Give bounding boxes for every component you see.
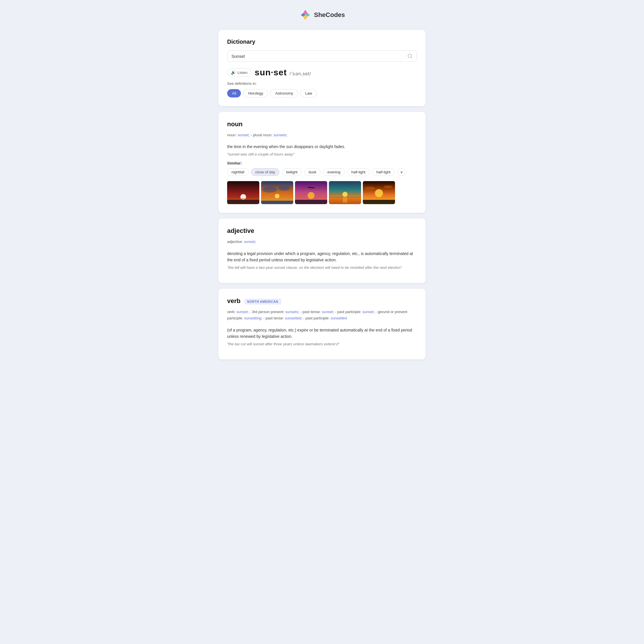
adjective-definition: denoting a legal provision under which a… bbox=[227, 250, 417, 263]
verb-past-link[interactable]: sunset bbox=[322, 310, 333, 314]
filter-buttons: All Horology Astronomy Law bbox=[227, 89, 417, 97]
logo: SheCodes bbox=[299, 9, 345, 21]
svg-point-11 bbox=[275, 194, 279, 198]
noun-card: noun noun: sunset; - plural noun: sunset… bbox=[219, 112, 425, 213]
search-box bbox=[227, 50, 417, 62]
verb-gerund-link[interactable]: sunsetting bbox=[244, 316, 261, 320]
adjective-word-link[interactable]: sunset bbox=[244, 239, 255, 244]
verb-card: verb NORTH AMERICAN verb: sunset; - 3rd … bbox=[219, 289, 425, 359]
verb-definition: (of a program, agency, regulation, etc.)… bbox=[227, 327, 417, 340]
chip-evening[interactable]: evening bbox=[323, 168, 345, 176]
search-input[interactable] bbox=[231, 54, 407, 59]
word-row: 🔊 Listen sun·set /ˈsənˌset/ bbox=[227, 68, 417, 77]
speaker-icon: 🔊 bbox=[231, 70, 236, 75]
svg-point-24 bbox=[375, 189, 383, 197]
main-content: Dictionary 🔊 Listen sun·set /ˈsənˌset/ S… bbox=[219, 30, 425, 359]
noun-heading: noun bbox=[227, 120, 417, 128]
filter-horology[interactable]: Horology bbox=[243, 89, 268, 97]
verb-word-link[interactable]: sunset bbox=[237, 310, 248, 314]
svg-point-13 bbox=[278, 186, 290, 191]
svg-rect-8 bbox=[227, 200, 259, 204]
word-phonetic: /ˈsənˌset/ bbox=[290, 71, 311, 76]
similar-chips: nightfall close of day twilight dusk eve… bbox=[227, 168, 417, 176]
verb-heading: verb NORTH AMERICAN bbox=[227, 297, 417, 305]
chip-nightfall[interactable]: nightfall bbox=[227, 168, 249, 176]
search-icon bbox=[407, 53, 413, 59]
svg-rect-14 bbox=[261, 201, 293, 204]
svg-point-20 bbox=[342, 192, 348, 197]
logo-text: SheCodes bbox=[314, 11, 345, 19]
svg-rect-9 bbox=[227, 198, 259, 200]
chip-twilight[interactable]: twilight bbox=[282, 168, 302, 176]
filter-astronomy[interactable]: Astronomy bbox=[270, 89, 298, 97]
sunset-image-1 bbox=[227, 181, 259, 204]
verb-3rd-link[interactable]: sunsets bbox=[285, 310, 298, 314]
svg-point-16 bbox=[308, 192, 315, 199]
word-text: sun·set bbox=[255, 68, 287, 77]
listen-button[interactable]: 🔊 Listen bbox=[227, 68, 251, 76]
chip-half-light-2[interactable]: half-light bbox=[372, 168, 395, 176]
noun-inflections: noun: sunset; - plural noun: sunsets; bbox=[227, 132, 417, 138]
listen-label: Listen bbox=[237, 70, 248, 75]
svg-rect-27 bbox=[363, 200, 395, 204]
verb-example: "the tax cut will sunset after three yea… bbox=[227, 342, 417, 346]
chip-dusk[interactable]: dusk bbox=[304, 168, 321, 176]
svg-point-25 bbox=[365, 187, 375, 190]
verb-inflections: verb: sunset; - 3rd person present: suns… bbox=[227, 309, 417, 321]
filter-law[interactable]: Law bbox=[300, 89, 317, 97]
svg-line-5 bbox=[411, 57, 412, 58]
sunset-images bbox=[227, 181, 417, 204]
word-heading: sun·set /ˈsənˌset/ bbox=[255, 68, 311, 77]
svg-rect-22 bbox=[329, 197, 361, 198]
dictionary-title: Dictionary bbox=[227, 39, 417, 45]
chip-half-light-1[interactable]: half-light bbox=[347, 168, 370, 176]
noun-plural-link[interactable]: sunsets bbox=[273, 133, 286, 137]
verb-past-part-link[interactable]: sunset bbox=[362, 310, 373, 314]
verb-past2-link[interactable]: sunsetted bbox=[285, 316, 301, 320]
adjective-example: "the bill will have a two-year sunset cl… bbox=[227, 265, 417, 270]
search-button[interactable] bbox=[407, 53, 413, 59]
see-definitions-label: See definitions in: bbox=[227, 81, 417, 86]
svg-rect-21 bbox=[343, 197, 347, 203]
noun-example: "sunset was still a couple of hours away… bbox=[227, 152, 417, 156]
adjective-heading: adjective bbox=[227, 227, 417, 235]
filter-all[interactable]: All bbox=[227, 89, 241, 97]
logo-icon bbox=[299, 9, 312, 21]
site-header: SheCodes bbox=[6, 9, 638, 21]
chip-close-of-day[interactable]: close of day bbox=[251, 168, 279, 176]
chip-more[interactable]: ∨ bbox=[397, 168, 406, 176]
noun-definition: the time in the evening when the sun dis… bbox=[227, 143, 417, 150]
svg-point-26 bbox=[384, 185, 392, 188]
verb-past-part2-link[interactable]: sunsetted bbox=[331, 316, 347, 320]
svg-point-12 bbox=[262, 187, 277, 193]
noun-word-link[interactable]: sunset bbox=[237, 133, 248, 137]
sunset-image-2 bbox=[261, 181, 293, 204]
sunset-image-4 bbox=[329, 181, 361, 204]
verb-badge: NORTH AMERICAN bbox=[245, 299, 281, 304]
verb-pos: verb bbox=[227, 297, 240, 304]
sunset-image-3 bbox=[295, 181, 327, 204]
adjective-card: adjective adjective: sunset; denoting a … bbox=[219, 219, 425, 283]
sunset-image-5 bbox=[363, 181, 395, 204]
noun-inflections-prefix: noun: bbox=[227, 133, 237, 137]
svg-rect-18 bbox=[295, 200, 327, 204]
adjective-inflections: adjective: sunset; bbox=[227, 239, 417, 245]
similar-label: Similiar: bbox=[227, 161, 417, 165]
dictionary-card: Dictionary 🔊 Listen sun·set /ˈsənˌset/ S… bbox=[219, 30, 425, 106]
